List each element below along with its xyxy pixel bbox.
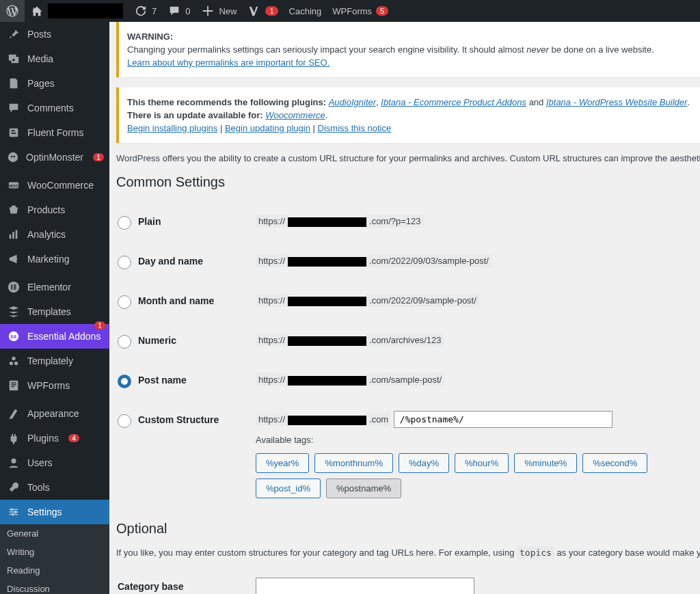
svg-rect-23 — [11, 383, 16, 383]
svg-rect-16 — [14, 288, 16, 290]
radio-monthname[interactable] — [118, 295, 131, 309]
label-numeric: Numeric — [138, 335, 176, 346]
tag-postname[interactable]: %postname% — [326, 478, 401, 498]
svg-rect-10 — [12, 232, 14, 239]
sidebar-item-label: Settings — [27, 507, 62, 517]
caching[interactable]: Caching — [284, 0, 327, 22]
sidebar-badge: 4 — [68, 434, 79, 442]
optional-code: topics — [517, 546, 554, 559]
radio-dayname[interactable] — [118, 256, 131, 269]
sidebar-item-label: WooCommerce — [27, 180, 94, 191]
submenu-general[interactable]: General — [0, 524, 109, 543]
sidebar-item-fluent-forms[interactable]: Fluent Forms — [0, 120, 109, 145]
sidebar-item-label: Appearance — [27, 408, 79, 419]
submenu-reading[interactable]: Reading — [0, 561, 109, 580]
optional-heading: Optional — [116, 521, 700, 537]
sidebar-item-label: Plugins — [27, 433, 59, 444]
sidebar-item-marketing[interactable]: Marketing — [0, 247, 109, 271]
warning-never: never — [526, 44, 549, 55]
fluent-icon — [7, 126, 21, 139]
intro-text: WordPress offers you the ability to crea… — [116, 153, 700, 163]
sidebar-item-products[interactable]: Products — [0, 198, 109, 222]
label-postname: Post name — [138, 375, 187, 386]
svg-rect-3 — [11, 133, 16, 134]
begin-update-link[interactable]: Begin updating plugin — [225, 123, 310, 133]
updates-count[interactable]: 7 — [129, 0, 162, 22]
sidebar-item-settings[interactable]: Settings — [0, 500, 109, 524]
plus-icon — [201, 4, 215, 18]
sidebar-item-plugins[interactable]: Plugins4 — [0, 426, 109, 450]
comments-count[interactable]: 0 — [162, 0, 196, 22]
sidebar-badge: 1 — [93, 153, 104, 161]
tag-day[interactable]: %day% — [399, 453, 449, 473]
submenu-writing[interactable]: Writing — [0, 543, 109, 561]
wp-logo[interactable] — [0, 0, 25, 22]
svg-rect-22 — [10, 381, 18, 390]
begin-install-link[interactable]: Begin installing plugins — [127, 123, 217, 133]
sidebar-item-users[interactable]: Users — [0, 450, 109, 475]
plugin-link-woocommerce[interactable]: Woocommerce — [265, 110, 325, 120]
sidebar-item-optinmonster[interactable]: OptinMonster1 — [0, 145, 109, 170]
svg-point-26 — [11, 459, 16, 463]
common-settings-heading: Common Settings — [116, 174, 700, 190]
sidebar-item-comments[interactable]: Comments — [0, 96, 109, 120]
custom-structure-input[interactable] — [394, 411, 612, 428]
new-content[interactable]: New — [196, 0, 242, 22]
analytics-icon — [7, 228, 21, 241]
sidebar-item-wpforms[interactable]: WPForms — [0, 373, 109, 398]
svg-point-32 — [12, 513, 14, 516]
templately-icon — [7, 354, 21, 368]
pin-icon — [7, 27, 21, 41]
tag-minute[interactable]: %minute% — [514, 453, 577, 473]
site-name-redacted — [48, 3, 123, 18]
sidebar-item-appearance[interactable]: Appearance — [0, 401, 109, 426]
yoast-badge: 1 — [265, 6, 278, 16]
domain-redacted — [288, 376, 366, 386]
sidebar-item-templately[interactable]: Templately — [0, 349, 109, 373]
sidebar-item-label: Comments — [27, 103, 74, 113]
sidebar-item-label: Templately — [27, 355, 73, 366]
products-icon — [7, 203, 21, 217]
yoast-notifications[interactable]: 1 — [242, 0, 283, 22]
comments-count-text: 0 — [185, 6, 190, 16]
sidebar-item-posts[interactable]: Posts — [0, 22, 109, 46]
sidebar-item-templates[interactable]: Templates — [0, 299, 109, 324]
sidebar-item-analytics[interactable]: Analytics — [0, 222, 109, 247]
radio-custom[interactable] — [118, 414, 131, 428]
category-base-input[interactable] — [256, 578, 474, 594]
sidebar-item-tools[interactable]: Tools — [0, 475, 109, 500]
radio-numeric[interactable] — [118, 335, 131, 349]
sidebar-item-woocommerce[interactable]: WOOWooCommerce — [0, 173, 109, 198]
sidebar-item-media[interactable]: Media — [0, 46, 109, 71]
tag-year[interactable]: %year% — [256, 453, 309, 473]
tag-hour[interactable]: %hour% — [455, 453, 509, 473]
tag-second[interactable]: %second% — [582, 453, 647, 473]
optin-icon — [7, 150, 19, 164]
radio-plain[interactable] — [118, 216, 131, 230]
optional-desc-1: If you like, you may enter custom struct… — [116, 548, 517, 558]
category-base-label: Category base — [118, 581, 183, 592]
submenu-discussion[interactable]: Discussion — [0, 580, 109, 594]
available-tags-label: Available tags: — [256, 435, 699, 445]
sidebar-item-label: Users — [27, 457, 53, 468]
plugin-link-audioigniter[interactable]: AudioIgniter — [329, 97, 376, 107]
wpforms-notifications[interactable]: WPForms 5 — [327, 0, 394, 22]
sidebar-item-elementor[interactable]: Elementor — [0, 275, 109, 299]
svg-text:WOO: WOO — [9, 184, 18, 188]
sidebar-item-label: Elementor — [27, 282, 71, 293]
theme-rec: This theme recommends the following plug… — [127, 97, 329, 107]
sidebar-item-pages[interactable]: Pages — [0, 71, 109, 96]
wpforms-label: WPForms — [332, 6, 372, 16]
caching-label: Caching — [289, 6, 322, 16]
site-home[interactable] — [25, 0, 129, 22]
sidebar-item-essential-addons[interactable]: EAEssential Addons1 — [0, 324, 109, 349]
svg-point-6 — [13, 156, 15, 158]
radio-postname[interactable] — [118, 375, 131, 388]
dismiss-link[interactable]: Dismiss this notice — [318, 123, 392, 133]
plugin-link-ibtana-addons[interactable]: Ibtana - Ecommerce Product Addons — [381, 97, 526, 107]
warning-link[interactable]: Learn about why permalinks are important… — [127, 57, 329, 68]
tag-post_id[interactable]: %post_id% — [256, 478, 321, 498]
tools-icon — [7, 481, 21, 494]
tag-monthnum[interactable]: %monthnum% — [314, 453, 393, 473]
plugin-link-ibtana-builder[interactable]: Ibtana - WordPress Website Builder — [546, 97, 687, 107]
